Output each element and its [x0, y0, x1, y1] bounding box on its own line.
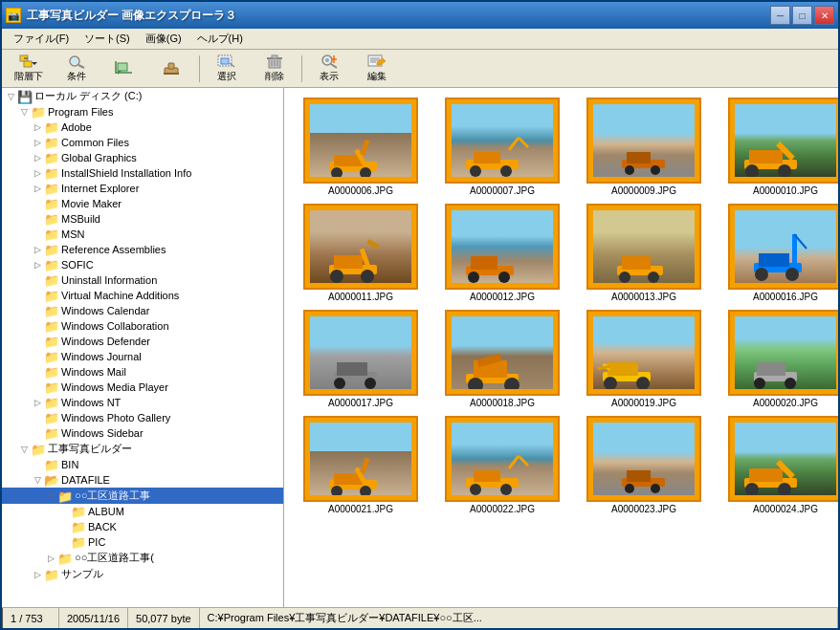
tree-item-sample[interactable]: ▷ 📁 サンプル — [2, 566, 283, 582]
delete-button[interactable]: 削除 — [252, 53, 298, 85]
expand-bin[interactable] — [31, 458, 44, 471]
tree-item-win-journal[interactable]: 📁 Windows Journal — [2, 349, 283, 364]
image-cell-img3[interactable]: A0000009.JPG — [577, 98, 711, 196]
tree-item-movie-maker[interactable]: 📁 Movie Maker — [2, 196, 283, 211]
expand-reference[interactable]: ▷ — [31, 243, 44, 256]
expand-win-journal[interactable] — [31, 350, 44, 363]
image-cell-img14[interactable]: A0000022.JPG — [435, 416, 569, 514]
expand-win-calendar[interactable] — [31, 304, 44, 317]
expand-program-files[interactable]: ▽ — [17, 105, 31, 119]
tree-item-program-files[interactable]: ▽ 📁 Program Files — [2, 104, 283, 119]
folder-tree[interactable]: ▽ 💾 ローカル ディスク (C:) ▽ 📁 Program Files ▷ 📁… — [2, 88, 283, 607]
expand-sofic[interactable]: ▷ — [31, 258, 44, 272]
menu-file[interactable]: ファイル(F) — [6, 30, 77, 48]
image-cell-img13[interactable]: A0000021.JPG — [294, 416, 428, 514]
hierarchy-down-button[interactable]: 階層下 — [6, 53, 52, 85]
expand-win-nt[interactable]: ▷ — [31, 396, 44, 409]
folder-icon: 📁 — [44, 380, 59, 394]
edit-button[interactable]: 編集 — [354, 53, 400, 85]
expand-win-media[interactable] — [31, 380, 44, 394]
expand-win-photo[interactable] — [31, 411, 44, 424]
expand-datafile[interactable]: ▽ — [31, 473, 44, 487]
tree-item-global-graphics[interactable]: ▷ 📁 Global Graphics — [2, 150, 283, 165]
expand-common-files[interactable]: ▷ — [31, 136, 44, 149]
tree-item-ie[interactable]: ▷ 📁 Internet Explorer — [2, 181, 283, 196]
expand-global-graphics[interactable]: ▷ — [31, 151, 44, 164]
image-cell-img1[interactable]: A0000006.JPG — [294, 98, 428, 196]
expand-win-mail[interactable] — [31, 365, 44, 379]
select-button[interactable]: 選択 — [204, 53, 250, 85]
image-cell-img15[interactable]: A0000023.JPG — [577, 416, 711, 514]
crop-button[interactable] — [101, 53, 147, 85]
expand-pic[interactable] — [57, 535, 71, 549]
expand-ie[interactable]: ▷ — [31, 182, 44, 195]
expand-installshield[interactable]: ▷ — [31, 166, 44, 180]
tree-item-uninstall[interactable]: 📁 Uninstall Information — [2, 272, 283, 288]
image-cell-img16[interactable]: A0000024.JPG — [718, 416, 838, 514]
tree-item-kouji-builder[interactable]: ▽ 📁 工事写真ビルダー — [2, 441, 283, 457]
tree-item-win-nt[interactable]: ▷ 📁 Windows NT — [2, 395, 283, 410]
expand-msn[interactable] — [31, 228, 44, 241]
maximize-button[interactable]: □ — [792, 6, 812, 25]
expand-oo-road2[interactable]: ▷ — [44, 552, 57, 565]
expand-msbuild[interactable] — [31, 212, 44, 226]
tree-item-vm[interactable]: 📁 Virtual Machine Additions — [2, 288, 283, 303]
tree-item-adobe[interactable]: ▷ 📁 Adobe — [2, 119, 283, 135]
expand-win-collab[interactable] — [31, 319, 44, 333]
menu-help[interactable]: ヘルプ(H) — [189, 30, 251, 48]
menu-image[interactable]: 画像(G) — [138, 30, 189, 48]
expand-back[interactable] — [57, 520, 71, 533]
tree-item-win-collab[interactable]: 📁 Windows Collaboration — [2, 318, 283, 334]
tree-item-oo-road2[interactable]: ▷ 📁 ○○工区道路工事( — [2, 550, 283, 566]
view-button[interactable]: 表示 — [306, 53, 352, 85]
tree-item-msn[interactable]: 📁 MSN — [2, 227, 283, 242]
image-cell-img11[interactable]: A0000019.JPG — [577, 310, 711, 408]
expand-win-defender[interactable] — [31, 335, 44, 348]
tree-item-common-files[interactable]: ▷ 📁 Common Files — [2, 135, 283, 150]
tree-item-reference[interactable]: ▷ 📁 Reference Assemblies — [2, 242, 283, 257]
tree-item-back[interactable]: 📁 BACK — [2, 519, 283, 534]
tree-item-win-mail[interactable]: 📁 Windows Mail — [2, 364, 283, 380]
image-cell-img4[interactable]: A0000010.JPG — [718, 98, 838, 196]
tree-item-bin[interactable]: 📁 BIN — [2, 457, 283, 472]
image-grid-area[interactable]: A0000006.JPG A0000007.JPG A0000009.JPG A… — [284, 88, 838, 607]
image-cell-img2[interactable]: A0000007.JPG — [435, 98, 569, 196]
image-cell-img6[interactable]: A0000012.JPG — [435, 204, 569, 302]
expand-sample[interactable]: ▷ — [31, 568, 44, 581]
minimize-button[interactable]: ─ — [770, 6, 790, 25]
expand-win-sidebar[interactable] — [31, 426, 44, 440]
image-cell-img9[interactable]: A0000017.JPG — [294, 310, 428, 408]
image-cell-img10[interactable]: A0000018.JPG — [435, 310, 569, 408]
expand-kouji-builder[interactable]: ▽ — [17, 443, 31, 456]
menu-sort[interactable]: ソート(S) — [77, 30, 138, 48]
tree-item-pic[interactable]: 📁 PIC — [2, 534, 283, 550]
expand-local-disk[interactable]: ▽ — [4, 90, 17, 103]
expand-oo-road[interactable]: ▽ — [44, 489, 57, 503]
image-cell-img8[interactable]: A0000016.JPG — [718, 204, 838, 302]
tree-item-oo-road[interactable]: ▽ 📁 ○○工区道路工事 — [2, 488, 283, 504]
tree-item-datafile[interactable]: ▽ 📂 DATAFILE — [2, 472, 283, 488]
image-cell-img12[interactable]: A0000020.JPG — [718, 310, 838, 408]
image-cell-img7[interactable]: A0000013.JPG — [577, 204, 711, 302]
tree-item-win-defender[interactable]: 📁 Windows Defender — [2, 334, 283, 349]
tree-item-win-calendar[interactable]: 📁 Windows Calendar — [2, 303, 283, 318]
expand-movie-maker[interactable] — [31, 197, 44, 210]
tree-label-kouji-builder: 工事写真ビルダー — [48, 442, 132, 456]
expand-album[interactable] — [57, 505, 71, 518]
tree-item-sofic[interactable]: ▷ 📁 SOFIC — [2, 257, 283, 272]
stamp-button[interactable] — [149, 53, 195, 85]
tree-item-win-media[interactable]: 📁 Windows Media Player — [2, 380, 283, 395]
close-button[interactable]: ✕ — [814, 6, 834, 25]
tree-item-installshield[interactable]: ▷ 📁 InstallShield Installation Info — [2, 165, 283, 181]
tree-item-album[interactable]: 📁 ALBUM — [2, 504, 283, 519]
expand-vm[interactable] — [31, 289, 44, 302]
image-cell-img5[interactable]: A0000011.JPG — [294, 204, 428, 302]
expand-uninstall[interactable] — [31, 273, 44, 287]
expand-adobe[interactable]: ▷ — [31, 120, 44, 134]
tree-item-win-sidebar[interactable]: 📁 Windows Sidebar — [2, 425, 283, 441]
status-path: C:¥Program Files¥工事写真ビルダー¥DATAFILE¥○○工区.… — [200, 608, 838, 628]
tree-item-win-photo[interactable]: 📁 Windows Photo Gallery — [2, 410, 283, 425]
tree-item-local-disk[interactable]: ▽ 💾 ローカル ディスク (C:) — [2, 88, 283, 104]
condition-button[interactable]: 条件 — [54, 53, 99, 85]
tree-item-msbuild[interactable]: 📁 MSBuild — [2, 211, 283, 227]
